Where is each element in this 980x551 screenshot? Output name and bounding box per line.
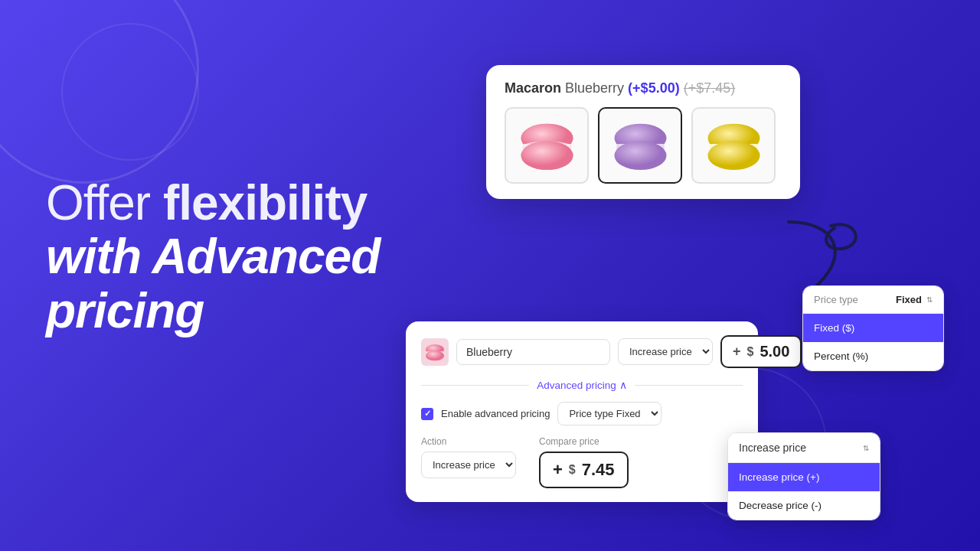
price-type-dropdown: Price type Fixed ⇅ Fixed ($) Percent (%)	[802, 285, 944, 371]
svg-point-14	[426, 350, 444, 360]
action-dropdown-item-increase[interactable]: Increase price (+)	[728, 463, 880, 491]
dropdown-item-fixed[interactable]: Fixed ($)	[803, 314, 943, 342]
dropdown-header-label: Price type	[814, 294, 858, 305]
dropdown-item-percent[interactable]: Percent (%)	[803, 342, 943, 370]
advanced-pricing-label: Advanced pricing	[537, 380, 616, 391]
svg-point-11	[707, 141, 760, 170]
bottom-row: Action Increase price Compare price + $ …	[421, 436, 743, 488]
action-dropdown: Increase price ⇅ Increase price (+) Decr…	[727, 432, 880, 520]
chevron-updown-action-icon: ⇅	[863, 444, 869, 452]
headline-line3: pricing	[46, 284, 380, 337]
variant-pink[interactable]	[505, 107, 589, 184]
dropdown-header-value: Fixed	[896, 294, 922, 305]
compare-price-box: + $ 7.45	[539, 452, 629, 488]
action-dropdown-item-decrease[interactable]: Decrease price (-)	[728, 491, 880, 520]
macaron-pink-icon	[514, 119, 580, 172]
headline-line2: with Advanced	[46, 230, 380, 283]
bg-decoration-3	[61, 23, 199, 161]
action-field-label: Action	[421, 436, 516, 447]
macaron-thumb-icon	[423, 342, 446, 362]
dollar-symbol: $	[747, 345, 754, 359]
headline: Offer flexibility with Advanced pricing	[46, 176, 380, 337]
variant-name-display: Blueberry	[565, 80, 624, 96]
variant-name-input[interactable]	[456, 339, 610, 365]
product-price-old: (+$7.45)	[684, 80, 736, 96]
pricing-row-top: Increase price + $ 5.00	[421, 335, 743, 368]
chevron-updown-icon: ⇅	[926, 295, 933, 304]
advanced-pricing-button[interactable]: Advanced pricing ∧	[529, 379, 635, 391]
plus-symbol: +	[733, 344, 741, 360]
macaron-purple-icon	[608, 119, 673, 172]
pricing-panel: Increase price + $ 5.00 Advanced pricing…	[406, 321, 758, 502]
divider-right	[635, 385, 743, 386]
macaron-yellow-icon	[701, 119, 766, 172]
product-price-new: (+$5.00)	[628, 80, 680, 96]
action-dropdown-header: Increase price ⇅	[728, 433, 880, 463]
headline-line1: Offer flexibility	[46, 176, 380, 230]
compare-price-field-group: Compare price + $ 7.45	[539, 436, 629, 488]
compare-plus: +	[553, 460, 563, 480]
dropdown-header: Price type Fixed ⇅	[803, 286, 943, 314]
product-card-title: Macaron Blueberry (+$5.00) (+$7.45)	[505, 80, 782, 96]
main-price-box: + $ 5.00	[720, 335, 802, 368]
compare-price-label: Compare price	[539, 436, 629, 447]
compare-price-value: 7.45	[582, 460, 615, 480]
macaron-thumbnail	[421, 338, 449, 366]
svg-point-5	[521, 141, 573, 170]
divider-left	[421, 385, 529, 386]
action-select-bottom[interactable]: Increase price	[421, 452, 516, 478]
variant-yellow[interactable]	[691, 107, 776, 184]
product-name: Macaron	[505, 80, 561, 96]
svg-point-8	[614, 141, 666, 170]
advanced-pricing-row: Advanced pricing ∧	[421, 379, 743, 391]
variant-purple[interactable]	[598, 107, 682, 184]
enable-checkbox[interactable]	[421, 408, 433, 420]
product-variants	[505, 107, 782, 184]
product-card: Macaron Blueberry (+$5.00) (+$7.45)	[486, 65, 800, 199]
action-dropdown-header-label: Increase price	[739, 442, 806, 454]
action-field-group: Action Increase price	[421, 436, 516, 478]
compare-dollar: $	[569, 463, 576, 477]
action-select-top[interactable]: Increase price	[618, 338, 713, 365]
enable-row: Enable advanced pricing Price type Fixed	[421, 402, 743, 425]
enable-label: Enable advanced pricing	[441, 408, 550, 419]
chevron-up-icon: ∧	[619, 379, 627, 391]
main-price-value: 5.00	[760, 343, 789, 360]
price-type-select[interactable]: Price type Fixed	[557, 402, 662, 425]
